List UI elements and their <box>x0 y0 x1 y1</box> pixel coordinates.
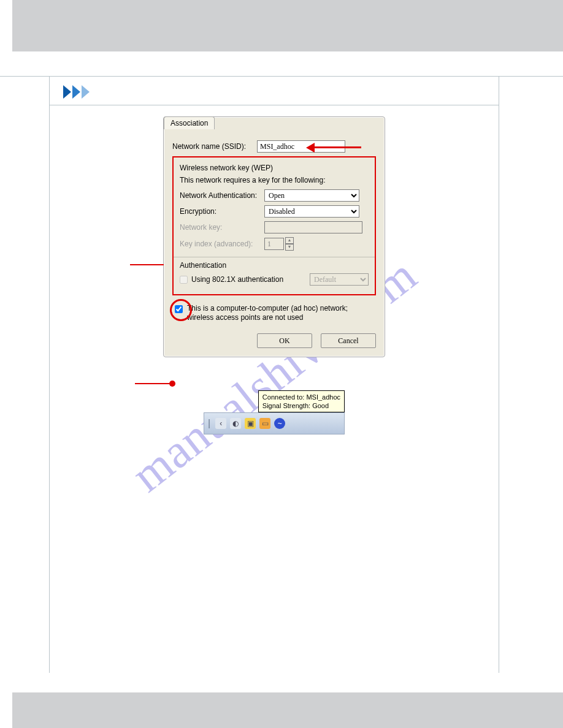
page-header-bar <box>12 0 563 51</box>
key-index-input <box>264 238 284 250</box>
auth-group-title: Authentication <box>180 261 369 270</box>
tooltip-line-1: Connected to: MSI_adhoc <box>262 393 340 401</box>
tray-folder-icon: ▭ <box>259 418 270 429</box>
key-index-spinner: ▲ ▼ <box>264 237 294 251</box>
ok-button[interactable]: OK <box>257 333 312 348</box>
tray-globe-icon: ◐ <box>230 418 241 429</box>
tray-wireless-icon: ~ <box>274 418 285 429</box>
chevron-header <box>50 77 499 105</box>
chevron-right-icon <box>82 85 90 99</box>
annotation-red-box: Wireless network key (WEP) This network … <box>172 156 376 295</box>
network-auth-label: Network Authentication: <box>180 191 264 200</box>
annotation-arrow-ssid <box>313 146 361 148</box>
tray-back-icon: ‹ <box>215 418 226 429</box>
annotation-line-wep <box>130 264 164 265</box>
cancel-button[interactable]: Cancel <box>321 333 376 348</box>
systray-screenshot: Connected to: MSI_adhoc Signal Strength:… <box>204 412 345 434</box>
wep-description: This network requires a key for the foll… <box>180 176 369 184</box>
document-body-row: manualshive.com Association Network name… <box>0 76 563 673</box>
ssid-label: Network name (SSID): <box>172 142 257 151</box>
spinner-down-icon: ▼ <box>285 244 294 251</box>
adhoc-row: This is a computer-to-computer (ad hoc) … <box>175 304 376 322</box>
encryption-label: Encryption: <box>180 207 264 216</box>
network-auth-select[interactable]: Open <box>264 189 359 202</box>
systray-bar: | ‹ ◐ ▣ ▭ ~ <box>204 412 345 434</box>
8021x-label: Using 802.1X authentication <box>191 275 310 284</box>
wep-group-title: Wireless network key (WEP) <box>180 164 369 172</box>
tray-shield-icon: ▣ <box>245 418 256 429</box>
adhoc-label: This is a computer-to-computer (ad hoc) … <box>187 304 376 322</box>
main-content-column: manualshive.com Association Network name… <box>50 77 499 673</box>
annotation-line-adhoc <box>135 383 173 384</box>
chevron-right-icon <box>72 85 80 99</box>
key-index-label: Key index (advanced): <box>180 240 264 248</box>
connection-tooltip: Connected to: MSI_adhoc Signal Strength:… <box>258 390 345 412</box>
adhoc-checkbox[interactable] <box>175 305 183 313</box>
association-dialog: Association Network name (SSID): Wireles… <box>163 116 385 357</box>
page-footer-bar <box>12 692 563 728</box>
tooltip-line-2: Signal Strength: Good <box>262 401 340 410</box>
tray-leading-char: | <box>208 418 210 429</box>
dialog-tab-association[interactable]: Association <box>164 116 215 129</box>
spinner-up-icon: ▲ <box>285 237 294 244</box>
8021x-checkbox <box>180 276 188 284</box>
encryption-select[interactable]: Disabled <box>264 205 359 218</box>
network-key-label: Network key: <box>180 223 264 232</box>
chevron-right-icon <box>63 85 71 99</box>
8021x-select: Default <box>310 273 369 286</box>
network-key-input <box>264 221 362 233</box>
